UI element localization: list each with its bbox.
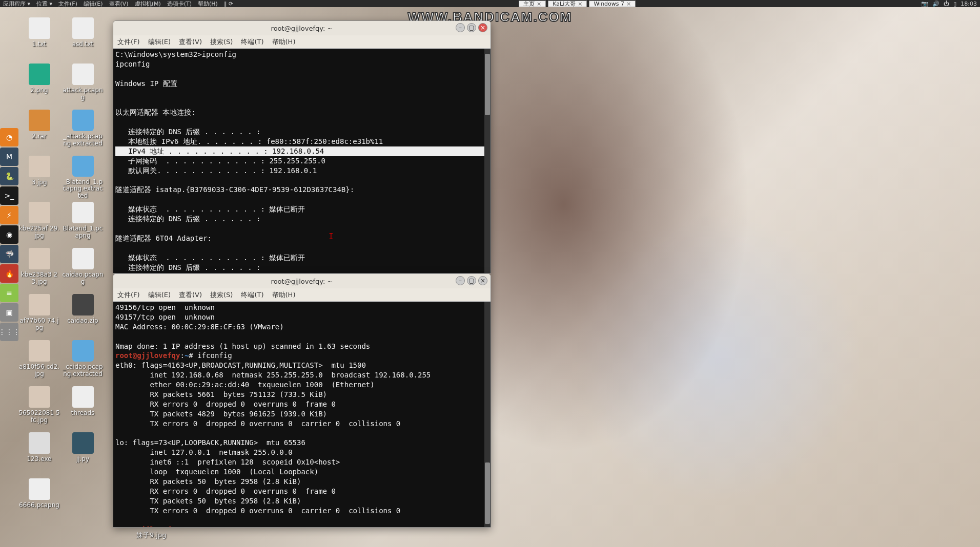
- file-label: Blatand_1.pcapng: [62, 225, 104, 240]
- scrollbar-thumb[interactable]: [485, 462, 490, 524]
- desktop-icon[interactable]: _attack.pcapng.extracted: [61, 108, 105, 154]
- menu-view[interactable]: 查看(V): [109, 0, 129, 8]
- file-label: 1.txt: [32, 41, 47, 48]
- tm-terminal[interactable]: 终端(T): [241, 37, 263, 47]
- menu-apps[interactable]: 应用程序 ▾: [3, 0, 30, 8]
- menu-edit[interactable]: 编辑(E): [84, 0, 103, 8]
- scrollbar[interactable]: [484, 302, 491, 527]
- menu-vm[interactable]: 虚拟机(M): [135, 0, 161, 8]
- power-icon[interactable]: ⏻: [944, 1, 949, 7]
- terminal-output[interactable]: C:\Windows\system32>ipconfig ipconfig Wi…: [113, 49, 491, 273]
- desktop-icon[interactable]: kbe238a3 23.jpg: [17, 246, 61, 292]
- terminal-icon[interactable]: >_: [0, 186, 18, 205]
- window-title: root@gjjlovefqy: ~: [271, 278, 333, 285]
- ubuntu-icon[interactable]: ◔: [0, 128, 18, 146]
- desktop-icon[interactable]: caidao.pcapng: [61, 246, 105, 292]
- desktop-icon-label[interactable]: 妹子9.jpg: [136, 531, 167, 540]
- fire-icon[interactable]: 🔥: [0, 264, 18, 283]
- scrollbar-thumb[interactable]: [485, 54, 490, 115]
- file-label: caidao.zip: [67, 318, 98, 325]
- titlebar[interactable]: root@gjjlovefqy: ~ – ▢ ×: [113, 274, 491, 288]
- close-button[interactable]: ×: [478, 276, 487, 285]
- file-label: _attack.pcapng.extracted: [62, 133, 104, 148]
- prompt-user: root@gjjlovefqy: [115, 351, 180, 360]
- desktop-icon[interactable]: threads: [61, 384, 105, 430]
- recorder-icon[interactable]: ▣: [0, 303, 18, 322]
- tm-view[interactable]: 查看(V): [179, 290, 202, 300]
- tm-view[interactable]: 查看(V): [179, 37, 202, 47]
- desktop-icon[interactable]: 6666.pcapng: [17, 476, 61, 522]
- tm-search[interactable]: 搜索(S): [210, 37, 233, 47]
- tm-help[interactable]: 帮助(H): [272, 37, 296, 47]
- desktop-icon[interactable]: 3.jpg: [17, 154, 61, 200]
- battery-icon[interactable]: ▯: [953, 1, 956, 7]
- desktop-icon[interactable]: _caidao.pcapng.extracted: [61, 338, 105, 384]
- notes-icon[interactable]: ≡: [0, 284, 18, 302]
- menu-help[interactable]: 帮助(H): [198, 0, 218, 8]
- minimize-button[interactable]: –: [456, 23, 465, 32]
- file-icon: [72, 432, 94, 454]
- desktop-icon[interactable]: a810f56 cd2.jpg: [17, 338, 61, 384]
- close-icon[interactable]: ×: [578, 1, 582, 7]
- desktop-icon[interactable]: asd.txt: [61, 15, 105, 61]
- terminal-output[interactable]: 49156/tcp open unknown 49157/tcp open un…: [113, 302, 491, 527]
- obs-icon[interactable]: ◉: [0, 225, 18, 244]
- close-icon[interactable]: ×: [537, 1, 541, 7]
- tm-terminal[interactable]: 终端(T): [241, 290, 263, 300]
- desktop-icon[interactable]: af77b60 74.jpg: [17, 292, 61, 338]
- menu-file[interactable]: 文件(F): [58, 0, 77, 8]
- camera-icon[interactable]: 📷: [921, 1, 928, 7]
- file-label: 6666.pcapng: [19, 502, 59, 509]
- prompt-cmd: # ▯: [189, 525, 201, 527]
- shield-icon[interactable]: M: [0, 148, 18, 166]
- tm-search[interactable]: 搜索(S): [210, 290, 233, 300]
- tab-kali[interactable]: KaLi大哥×: [548, 1, 587, 7]
- vm-tabs: 主页× KaLi大哥× Windows 7×: [519, 1, 636, 7]
- desktop-icon[interactable]: 2.png: [17, 61, 61, 108]
- term-text: C:\Windows\system32>ipconfig ipconfig Wi…: [115, 50, 383, 145]
- desktop-icon[interactable]: 565022081 5fc.jpg: [17, 384, 61, 430]
- maximize-button[interactable]: ▢: [467, 276, 476, 285]
- titlebar[interactable]: root@gjjlovefqy: ~ – ▢ ×: [113, 21, 491, 35]
- clock[interactable]: 18:03: [961, 1, 977, 7]
- desktop-icon[interactable]: kbe225af 29.jpg: [17, 200, 61, 246]
- grid-icon[interactable]: ⋮⋮⋮: [0, 323, 18, 341]
- wireshark-icon[interactable]: 🦈: [0, 245, 18, 263]
- file-label: a810f56 cd2.jpg: [18, 364, 60, 378]
- desktop-icon[interactable]: _Blatand_1.pcapng.extracted: [61, 154, 105, 200]
- file-icon: [72, 386, 94, 408]
- file-label: caidao.pcapng: [62, 271, 104, 286]
- tm-file[interactable]: 文件(F): [117, 37, 140, 47]
- terminal-window-ifconfig[interactable]: root@gjjlovefqy: ~ – ▢ × 文件(F) 编辑(E) 查看(…: [113, 274, 491, 528]
- file-icon: [29, 386, 50, 408]
- tm-edit[interactable]: 编辑(E): [148, 290, 171, 300]
- menu-tab[interactable]: 选项卡(T): [167, 0, 192, 8]
- file-icon: [29, 64, 50, 85]
- snake-icon[interactable]: 🐍: [0, 167, 18, 185]
- volume-icon[interactable]: 🔊: [932, 1, 940, 7]
- close-button[interactable]: ×: [478, 23, 487, 32]
- desktop-icon[interactable]: 1.txt: [17, 15, 61, 61]
- maximize-button[interactable]: ▢: [467, 23, 476, 32]
- file-icon: [29, 17, 50, 39]
- file-icon: [72, 17, 94, 39]
- tab-home[interactable]: 主页×: [519, 1, 546, 7]
- desktop-icon[interactable]: Blatand_1.pcapng: [61, 200, 105, 246]
- tm-file[interactable]: 文件(F): [117, 290, 140, 300]
- menu-places[interactable]: 位置 ▾: [36, 0, 52, 8]
- desktop-icon[interactable]: attack.pcapng: [61, 61, 105, 108]
- terminal-window-ipconfig[interactable]: root@gjjlovefqy: ~ – ▢ × 文件(F) 编辑(E) 查看(…: [113, 20, 491, 274]
- tm-edit[interactable]: 编辑(E): [148, 37, 171, 47]
- tab-win7[interactable]: Windows 7×: [589, 1, 636, 7]
- desktop-icon[interactable]: 123.exe: [17, 430, 61, 476]
- bolt-icon[interactable]: ⚡: [0, 206, 18, 224]
- desktop-icon[interactable]: 2.rar: [17, 108, 61, 154]
- system-tray: 📷 🔊 ⏻ ▯ 18:03: [921, 1, 977, 7]
- desktop-icon[interactable]: caidao.zip: [61, 292, 105, 338]
- close-icon[interactable]: ×: [626, 1, 631, 7]
- tm-help[interactable]: 帮助(H): [272, 290, 296, 300]
- desktop-icon[interactable]: jj.py: [61, 430, 105, 476]
- minimize-button[interactable]: –: [456, 276, 465, 285]
- scrollbar[interactable]: [484, 49, 491, 273]
- toolbar-controls[interactable]: ‖ ⟳: [224, 1, 233, 7]
